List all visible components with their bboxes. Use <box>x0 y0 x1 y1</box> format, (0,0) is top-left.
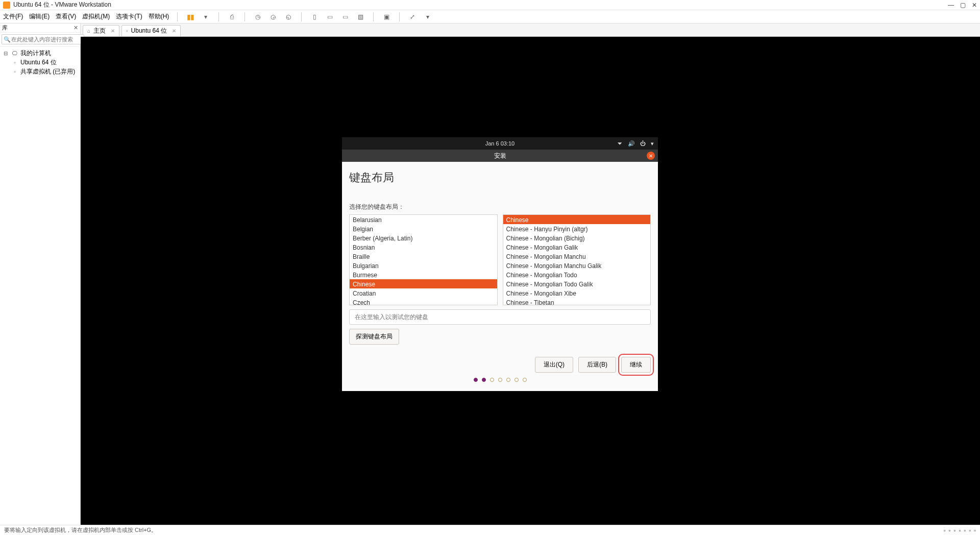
list-item[interactable]: Belgian <box>350 224 497 233</box>
tree-root-label: 我的计算机 <box>20 49 51 58</box>
sidebar-close-icon[interactable]: ✕ <box>74 25 78 31</box>
snapshot-revert-icon[interactable]: ◵ <box>284 12 293 21</box>
view-unity-icon[interactable]: ▧ <box>356 12 365 21</box>
tree-item-label: Ubuntu 64 位 <box>20 58 57 67</box>
view-thumb-icon[interactable]: ▭ <box>340 12 350 21</box>
minimize-button[interactable]: — <box>948 2 954 9</box>
status-text: 要将输入定向到该虚拟机，请在虚拟机内部单击或按 Ctrl+G。 <box>4 526 157 534</box>
separator <box>244 12 245 21</box>
network-icon[interactable]: ⏷ <box>617 140 623 147</box>
volume-icon[interactable]: 🔊 <box>628 140 635 147</box>
chevron-down-icon[interactable]: ▾ <box>651 140 654 147</box>
status-icon[interactable]: ▫ <box>974 527 976 533</box>
tab-ubuntu[interactable]: ▫ Ubuntu 64 位 ✕ <box>121 25 181 36</box>
menu-edit[interactable]: 编辑(E) <box>29 12 50 21</box>
list-item[interactable]: Belarusian <box>350 215 497 224</box>
menu-help[interactable]: 帮助(H) <box>149 12 169 21</box>
library-sidebar: 库 ✕ 🔍 ▾ ⊟ 🖵 我的计算机 ▫ Ubuntu 64 位 ▫ 共享虚拟机 … <box>0 23 81 525</box>
shared-icon: ▫ <box>11 69 18 75</box>
menubar: 文件(F) 编辑(E) 查看(V) 虚拟机(M) 选项卡(T) 帮助(H) ▮▮… <box>0 10 980 23</box>
window-title: Ubuntu 64 位 - VMware Workstation <box>13 1 111 9</box>
tabs-bar: ⌂ 主页 ✕ ▫ Ubuntu 64 位 ✕ <box>81 23 980 37</box>
layout-variant-list[interactable]: ChineseChinese - Hanyu Pinyin (altgr)Chi… <box>503 214 651 305</box>
library-search-input[interactable] <box>2 34 84 44</box>
view-single-icon[interactable]: ▯ <box>310 12 319 21</box>
tree-item-ubuntu[interactable]: ▫ Ubuntu 64 位 <box>0 58 80 67</box>
menu-file[interactable]: 文件(F) <box>3 12 23 21</box>
status-icon[interactable]: ▫ <box>959 527 961 533</box>
list-item[interactable]: Bulgarian <box>350 261 497 270</box>
maximize-button[interactable]: ▢ <box>960 2 966 9</box>
power-icon[interactable]: ⏻ <box>640 140 646 147</box>
menu-vm[interactable]: 虚拟机(M) <box>82 12 110 21</box>
progress-dots <box>349 373 651 385</box>
status-icon[interactable]: ▫ <box>944 527 946 533</box>
close-tab-icon[interactable]: ✕ <box>111 28 115 34</box>
view-split-icon[interactable]: ▭ <box>325 12 334 21</box>
snapshot-icon[interactable]: ◷ <box>253 12 262 21</box>
list-item[interactable]: Czech <box>350 298 497 305</box>
ubuntu-topbar: Jan 6 03:10 ⏷ 🔊 ⏻ ▾ <box>342 137 658 150</box>
status-icon[interactable]: ▫ <box>964 527 966 533</box>
list-item[interactable]: Croatian <box>350 288 497 298</box>
continue-button[interactable]: 继续 <box>621 357 651 373</box>
tab-home-label: 主页 <box>93 27 106 35</box>
list-item[interactable]: Berber (Algeria, Latin) <box>350 233 497 242</box>
snapshot-manage-icon[interactable]: ◶ <box>268 12 278 21</box>
vmware-icon <box>3 2 10 9</box>
menu-tabs[interactable]: 选项卡(T) <box>116 12 142 21</box>
dot <box>490 378 494 382</box>
pause-icon[interactable]: ▮▮ <box>186 12 195 21</box>
dropdown-icon[interactable]: ▾ <box>201 12 210 21</box>
dropdown-icon[interactable]: ▾ <box>423 12 432 21</box>
list-item[interactable]: Chinese - Mongolian Todo Galik <box>503 279 651 288</box>
list-item[interactable]: Chinese - Mongolian Galik <box>503 242 651 252</box>
send-ctrlaltdel-icon[interactable]: ⎙ <box>227 12 236 21</box>
close-button[interactable]: ✕ <box>972 2 977 9</box>
menu-view[interactable]: 查看(V) <box>56 12 76 21</box>
choose-label: 选择您的键盘布局： <box>349 203 651 211</box>
list-item[interactable]: Chinese <box>503 215 651 224</box>
tree-root[interactable]: ⊟ 🖵 我的计算机 <box>0 48 80 58</box>
page-heading: 键盘布局 <box>349 170 651 185</box>
list-item[interactable]: Chinese <box>350 279 497 288</box>
layout-language-list[interactable]: BelarusianBelgianBerber (Algeria, Latin)… <box>349 214 498 305</box>
list-item[interactable]: Chinese - Mongolian Manchu Galik <box>503 261 651 270</box>
back-button[interactable]: 后退(B) <box>578 357 616 373</box>
installer-titlebar: 安装 ✕ <box>342 150 658 162</box>
close-tab-icon[interactable]: ✕ <box>172 28 176 34</box>
detect-layout-button[interactable]: 探测键盘布局 <box>349 329 399 345</box>
list-item[interactable]: Braille <box>350 252 497 261</box>
status-icon[interactable]: ▫ <box>949 527 951 533</box>
tree-item-label: 共享虚拟机 (已弃用) <box>20 67 75 76</box>
search-icon: 🔍 <box>4 36 11 43</box>
list-item[interactable]: Burmese <box>350 270 497 279</box>
library-tree: ⊟ 🖵 我的计算机 ▫ Ubuntu 64 位 ▫ 共享虚拟机 (已弃用) <box>0 46 80 78</box>
dot <box>474 378 478 382</box>
list-item[interactable]: Chinese - Mongolian Todo <box>503 270 651 279</box>
computer-icon: 🖵 <box>11 51 18 56</box>
collapse-icon: ⊟ <box>2 51 9 56</box>
dot <box>506 378 510 382</box>
vm-display[interactable]: Jan 6 03:10 ⏷ 🔊 ⏻ ▾ 安装 ✕ 键盘布局 选择您的键盘布局： <box>81 37 980 525</box>
list-item[interactable]: Chinese - Mongolian Manchu <box>503 252 651 261</box>
list-item[interactable]: Chinese - Tibetan <box>503 298 651 305</box>
stretch-icon[interactable]: ⤢ <box>408 12 417 21</box>
list-item[interactable]: Chinese - Mongolian Xibe <box>503 288 651 298</box>
quit-button[interactable]: 退出(Q) <box>535 357 573 373</box>
list-item[interactable]: Chinese - Mongolian (Bichig) <box>503 233 651 242</box>
status-icon[interactable]: ▫ <box>953 527 955 533</box>
vm-icon: ▫ <box>11 60 18 65</box>
status-icon[interactable]: ▫ <box>969 527 971 533</box>
installer-close-icon[interactable]: ✕ <box>647 152 655 160</box>
tab-home[interactable]: ⌂ 主页 ✕ <box>83 25 119 36</box>
list-item[interactable]: Chinese - Hanyu Pinyin (altgr) <box>503 224 651 233</box>
tree-item-shared[interactable]: ▫ 共享虚拟机 (已弃用) <box>0 67 80 76</box>
dot <box>498 378 502 382</box>
sidebar-title: 库 <box>2 24 8 32</box>
list-item[interactable]: Bosnian <box>350 242 497 252</box>
separator <box>301 12 302 21</box>
vm-tab-icon: ▫ <box>126 28 128 34</box>
fullscreen-icon[interactable]: ▣ <box>382 12 391 21</box>
keyboard-test-input[interactable] <box>349 309 651 325</box>
